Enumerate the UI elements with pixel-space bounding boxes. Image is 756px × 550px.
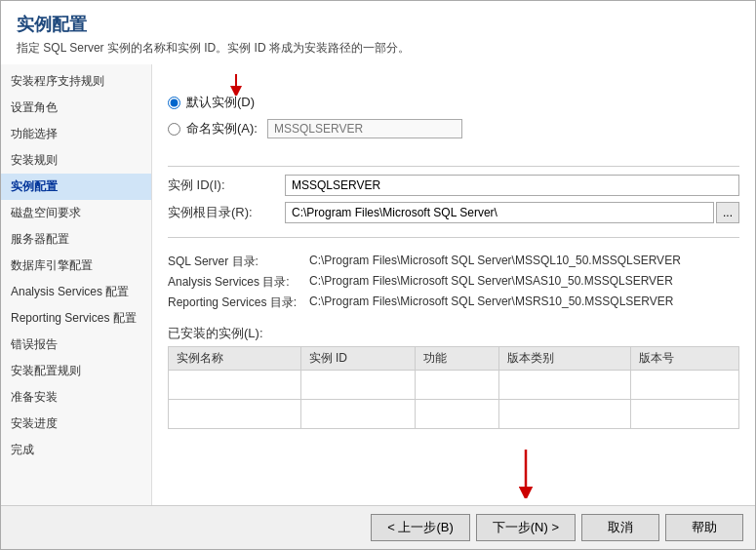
sidebar-item-11[interactable]: 安装配置规则 bbox=[1, 358, 151, 384]
page-subtitle: 指定 SQL Server 实例的名称和实例 ID。实例 ID 将成为安装路径的… bbox=[17, 40, 739, 57]
instance-id-row: 实例 ID(I): bbox=[168, 175, 739, 196]
sidebar-item-1[interactable]: 设置角色 bbox=[1, 95, 151, 121]
sidebar-item-5[interactable]: 磁盘空间要求 bbox=[1, 200, 151, 226]
analysis-path-row: Analysis Services 目录: C:\Program Files\M… bbox=[168, 274, 739, 291]
table-row-empty-1 bbox=[169, 371, 739, 400]
instance-id-input[interactable] bbox=[285, 175, 739, 196]
installed-instances-label: 已安装的实例(L): bbox=[168, 325, 739, 342]
sidebar-item-4[interactable]: 实例配置 bbox=[1, 174, 151, 200]
sql-server-path-label: SQL Server 目录: bbox=[168, 254, 309, 270]
reporting-path-row: Reporting Services 目录: C:\Program Files\… bbox=[168, 295, 739, 311]
title-bar: 实例配置 指定 SQL Server 实例的名称和实例 ID。实例 ID 将成为… bbox=[1, 1, 755, 64]
instance-id-label: 实例 ID(I): bbox=[168, 177, 285, 194]
sidebar-item-10[interactable]: 错误报告 bbox=[1, 332, 151, 358]
col-version: 版本号 bbox=[631, 347, 739, 371]
named-instance-radio[interactable] bbox=[168, 123, 180, 136]
sidebar-item-13[interactable]: 安装进度 bbox=[1, 411, 151, 437]
content-area: 安装程序支持规则 设置角色 功能选择 安装规则 实例配置 磁盘空间要求 服务器配… bbox=[1, 64, 755, 505]
sidebar: 安装程序支持规则 设置角色 功能选择 安装规则 实例配置 磁盘空间要求 服务器配… bbox=[1, 64, 152, 505]
browse-button[interactable]: ... bbox=[716, 202, 739, 223]
sidebar-item-9[interactable]: Reporting Services 配置 bbox=[1, 305, 151, 332]
col-features: 功能 bbox=[416, 347, 499, 371]
sql-server-path-value: C:\Program Files\Microsoft SQL Server\MS… bbox=[309, 254, 681, 270]
named-instance-row: 命名实例(A): bbox=[168, 119, 739, 138]
reporting-path-label: Reporting Services 目录: bbox=[168, 295, 309, 311]
back-button[interactable]: < 上一步(B) bbox=[371, 514, 470, 541]
next-button[interactable]: 下一步(N) > bbox=[476, 514, 576, 541]
radio-group: 默认实例(D) 命名实例(A): bbox=[168, 94, 739, 146]
sidebar-item-6[interactable]: 服务器配置 bbox=[1, 226, 151, 253]
sidebar-item-2[interactable]: 功能选择 bbox=[1, 121, 151, 147]
arrow-bottom-annotation bbox=[511, 450, 540, 498]
analysis-path-label: Analysis Services 目录: bbox=[168, 274, 309, 291]
paths-section: SQL Server 目录: C:\Program Files\Microsof… bbox=[168, 254, 739, 315]
analysis-path-value: C:\Program Files\Microsoft SQL Server\MS… bbox=[309, 274, 673, 291]
main-window: 实例配置 指定 SQL Server 实例的名称和实例 ID。实例 ID 将成为… bbox=[0, 0, 756, 550]
named-instance-label: 命名实例(A): bbox=[186, 120, 258, 138]
footer-bar: < 上一步(B) 下一步(N) > 取消 帮助 bbox=[1, 505, 755, 549]
col-instance-name: 实例名称 bbox=[169, 347, 301, 371]
page-title: 实例配置 bbox=[17, 13, 739, 36]
instance-root-row: 实例根目录(R): ... bbox=[168, 202, 739, 223]
instance-root-label: 实例根目录(R): bbox=[168, 204, 285, 221]
arrow-top-annotation bbox=[221, 74, 251, 96]
default-instance-radio[interactable] bbox=[168, 97, 180, 109]
sidebar-item-7[interactable]: 数据库引擎配置 bbox=[1, 253, 151, 279]
named-instance-input[interactable] bbox=[267, 119, 462, 138]
sidebar-item-12[interactable]: 准备安装 bbox=[1, 384, 151, 411]
sidebar-item-3[interactable]: 安装规则 bbox=[1, 147, 151, 174]
col-edition-type: 版本类别 bbox=[498, 347, 631, 371]
divider2 bbox=[168, 237, 739, 238]
sidebar-item-8[interactable]: Analysis Services 配置 bbox=[1, 279, 151, 305]
reporting-path-value: C:\Program Files\Microsoft SQL Server\MS… bbox=[309, 295, 673, 311]
table-row-empty-2 bbox=[169, 400, 739, 429]
sidebar-item-14[interactable]: 完成 bbox=[1, 437, 151, 463]
sql-server-path-row: SQL Server 目录: C:\Program Files\Microsof… bbox=[168, 254, 739, 270]
installed-table: 实例名称 实例 ID 功能 版本类别 版本号 bbox=[168, 346, 739, 429]
default-instance-row: 默认实例(D) bbox=[168, 94, 739, 111]
default-instance-label: 默认实例(D) bbox=[186, 94, 255, 111]
sidebar-item-0[interactable]: 安装程序支持规则 bbox=[1, 68, 151, 95]
divider1 bbox=[168, 166, 739, 167]
instance-root-input[interactable] bbox=[285, 202, 714, 223]
instance-root-input-group: ... bbox=[285, 202, 739, 223]
help-button[interactable]: 帮助 bbox=[665, 514, 743, 541]
col-instance-id: 实例 ID bbox=[300, 347, 416, 371]
right-panel: 默认实例(D) 命名实例(A): 实例 ID(I): 实例根目录(R): bbox=[152, 64, 755, 505]
cancel-button[interactable]: 取消 bbox=[581, 514, 659, 541]
